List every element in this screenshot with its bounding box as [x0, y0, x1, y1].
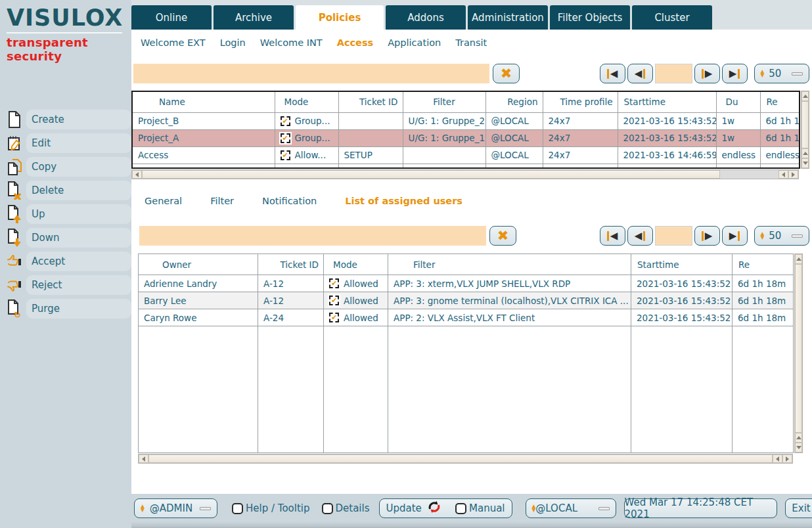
- column-header-re[interactable]: Re: [733, 254, 794, 275]
- scroll-up-button[interactable]: [795, 254, 802, 264]
- detail-tab-filter[interactable]: Filter: [210, 196, 234, 206]
- users-toolbar: ✖ ◀ ◀ ▶ ▶ ▲▼ 50: [139, 226, 809, 246]
- last-page-button[interactable]: ▶: [722, 64, 748, 83]
- subtab-welcome-int[interactable]: Welcome INT: [260, 37, 323, 48]
- tab-administration[interactable]: Administration: [468, 5, 548, 30]
- column-header-filter[interactable]: Filter: [403, 91, 485, 112]
- column-header-ticket-id[interactable]: Ticket ID: [258, 254, 324, 275]
- column-header-mode[interactable]: Mode: [324, 254, 388, 275]
- policies-horizontal-scrollbar[interactable]: [131, 169, 799, 179]
- column-header-region[interactable]: Region: [485, 91, 543, 112]
- cell-time-profile: 24x7: [543, 146, 618, 164]
- page-number-input[interactable]: [655, 226, 692, 246]
- column-header-starttime[interactable]: Starttime: [618, 91, 716, 112]
- sidebar-item-down[interactable]: Down: [0, 226, 131, 250]
- user-context-select[interactable]: ▲▼ @ADMIN: [134, 498, 217, 518]
- previous-page-button[interactable]: ◀: [627, 226, 653, 246]
- sidebar-item-purge[interactable]: ↻ Purge: [0, 297, 131, 320]
- sidebar-item-copy[interactable]: Copy: [0, 155, 131, 179]
- column-header-ticket-id[interactable]: Ticket ID: [338, 91, 403, 112]
- manual-checkbox-group[interactable]: Manual: [455, 502, 505, 514]
- region-select[interactable]: ▲▼ @LOCAL: [526, 498, 616, 518]
- column-header-filter[interactable]: Filter: [388, 254, 631, 275]
- column-header-owner[interactable]: Owner: [139, 254, 258, 275]
- tab-online[interactable]: Online: [131, 5, 212, 30]
- column-header-name[interactable]: Name: [132, 91, 275, 112]
- main-column: Online Archive Policies Addons Administr…: [131, 0, 812, 528]
- scrollbar-thumb[interactable]: [142, 170, 720, 179]
- page-size-select[interactable]: ▲▼ 50: [754, 226, 809, 246]
- policies-row-project-a-selected[interactable]: Project_A ✔Group... U/G: 1: Gruppe_1 @LO…: [132, 129, 800, 146]
- users-row-adrienne-landry[interactable]: Adrienne Landry A-12 ✔Allowed APP: 3: xt…: [139, 275, 794, 292]
- users-search-input[interactable]: [139, 226, 486, 246]
- sidebar-item-edit[interactable]: Edit: [0, 131, 131, 155]
- scroll-left-button[interactable]: [778, 170, 788, 179]
- previous-page-button[interactable]: ◀: [627, 64, 653, 83]
- column-header-mode[interactable]: Mode: [275, 91, 338, 112]
- manual-checkbox[interactable]: [455, 503, 466, 514]
- page-size-select[interactable]: ▲▼ 50: [754, 64, 809, 83]
- scroll-left-button[interactable]: [132, 170, 142, 179]
- users-row-barry-lee[interactable]: Barry Lee A-12 ✔Allowed APP: 3: gnome te…: [139, 292, 794, 309]
- scroll-up-button[interactable]: [795, 433, 802, 443]
- users-row-caryn-rowe[interactable]: Caryn Rowe A-24 ✔Allowed APP: 2: VLX Ass…: [139, 309, 794, 326]
- users-horizontal-scrollbar[interactable]: [138, 454, 793, 464]
- scrollbar-thumb[interactable]: [795, 264, 802, 433]
- scroll-down-button[interactable]: [801, 158, 809, 168]
- policies-vertical-scrollbar[interactable]: [801, 91, 809, 169]
- next-page-button[interactable]: ▶: [694, 226, 720, 246]
- tab-addons[interactable]: Addons: [386, 5, 466, 30]
- policies-row-access[interactable]: Access ✔Allow... SETUP @LOCAL 24x7 2021-…: [132, 146, 800, 164]
- tab-cluster[interactable]: Cluster: [632, 5, 712, 30]
- scrollbar-track[interactable]: [720, 170, 778, 179]
- sidebar-item-delete[interactable]: Delete: [0, 179, 131, 202]
- detail-tab-assigned-users[interactable]: List of assigned users: [345, 196, 462, 206]
- subtab-access[interactable]: Access: [337, 37, 374, 48]
- next-page-button[interactable]: ▶: [694, 64, 720, 83]
- sidebar-item-reject[interactable]: Reject: [0, 273, 131, 297]
- subtab-transit[interactable]: Transit: [455, 37, 487, 48]
- details-checkbox[interactable]: [322, 503, 333, 514]
- update-button[interactable]: Update: [386, 500, 441, 516]
- scroll-left-button[interactable]: [773, 454, 782, 463]
- subtab-login[interactable]: Login: [220, 37, 246, 48]
- tab-filter-objects[interactable]: Filter Objects: [550, 5, 630, 30]
- scroll-up-button[interactable]: [801, 91, 809, 101]
- help-tooltip-checkbox-group[interactable]: Help / Tooltip: [232, 502, 310, 514]
- subtab-welcome-ext[interactable]: Welcome EXT: [141, 37, 206, 48]
- scrollbar-thumb[interactable]: [801, 101, 809, 148]
- exit-button[interactable]: Exit: [785, 498, 812, 518]
- scroll-left-button[interactable]: [139, 454, 148, 463]
- users-vertical-scrollbar[interactable]: [794, 253, 803, 453]
- first-page-bar: [607, 231, 609, 241]
- last-page-button[interactable]: ▶: [722, 226, 748, 246]
- sidebar-item-create[interactable]: Create: [0, 108, 131, 131]
- column-header-starttime[interactable]: Starttime: [631, 254, 733, 275]
- scroll-down-button[interactable]: [795, 443, 802, 452]
- tab-archive[interactable]: Archive: [214, 5, 294, 30]
- details-checkbox-group[interactable]: Details: [322, 502, 370, 514]
- policies-row-project-b[interactable]: Project_B ✔Group... U/G: 1: Gruppe_2 @LO…: [132, 112, 800, 129]
- page-number-input[interactable]: [655, 64, 692, 83]
- first-page-button[interactable]: ◀: [600, 64, 625, 83]
- sidebar-item-accept[interactable]: Accept: [0, 250, 131, 273]
- subtab-application[interactable]: Application: [388, 37, 441, 48]
- left-arrow-icon: [776, 456, 779, 462]
- policies-search-input[interactable]: [133, 64, 489, 83]
- detail-tab-notification[interactable]: Notification: [262, 196, 317, 206]
- column-header-re[interactable]: Re: [760, 91, 800, 112]
- help-tooltip-checkbox[interactable]: [232, 503, 243, 514]
- scrollbar-thumb[interactable]: [148, 454, 773, 463]
- users-search-clear-button[interactable]: ✖: [489, 226, 516, 246]
- sidebar-item-up[interactable]: Up: [0, 202, 131, 226]
- scroll-right-button[interactable]: [782, 454, 792, 463]
- first-page-button[interactable]: ◀: [600, 226, 625, 246]
- column-header-du[interactable]: Du: [716, 91, 760, 112]
- scroll-up-button[interactable]: [801, 148, 809, 158]
- scroll-right-button[interactable]: [788, 170, 798, 179]
- accept-icon: [7, 252, 24, 271]
- column-header-time-profile[interactable]: Time profile: [543, 91, 618, 112]
- tab-policies[interactable]: Policies: [296, 5, 384, 30]
- policies-search-clear-button[interactable]: ✖: [493, 64, 520, 83]
- detail-tab-general[interactable]: General: [145, 196, 182, 206]
